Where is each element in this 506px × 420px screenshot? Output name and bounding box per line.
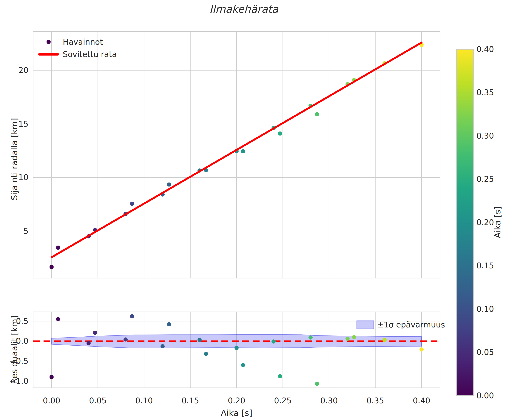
- residual-point: [56, 317, 60, 321]
- colorbar-tick-label: 0.05: [476, 348, 494, 357]
- observation-point: [56, 245, 60, 250]
- x-tick-label: 0.35: [366, 396, 384, 405]
- observation-point: [50, 265, 54, 269]
- x-tick-label: 0.00: [43, 396, 60, 405]
- colorbar-tick-label: 0.20: [476, 218, 494, 227]
- residual-point: [352, 335, 356, 339]
- residual-point: [204, 352, 208, 356]
- residual-point: [198, 338, 202, 342]
- observation-point: [315, 112, 319, 116]
- residual-point: [50, 375, 54, 379]
- legend-item-observations: Havainnot: [37, 37, 117, 47]
- observation-point: [167, 183, 171, 187]
- residual-point: [272, 339, 276, 344]
- uncertainty-band-icon: [357, 320, 374, 329]
- main-legend: Havainnot Sovitettu rata: [37, 37, 117, 59]
- colorbar: [456, 49, 473, 395]
- residual-point: [160, 344, 165, 348]
- observations-label: Havainnot: [63, 37, 103, 47]
- observations-dot-icon: [47, 40, 51, 44]
- x-tick-label: 0.20: [228, 396, 245, 405]
- residual-point: [278, 374, 282, 378]
- x-tick-label: 0.10: [135, 396, 153, 405]
- residual-legend: ±1σ epävarmuus: [357, 320, 445, 329]
- atmosphere-track-figure: 51015200.50.0−0.5−1.00.000.050.100.150.2…: [0, 0, 506, 420]
- observation-point: [130, 202, 134, 206]
- residual-point: [308, 335, 313, 339]
- colorbar-tick-label: 0.25: [476, 175, 494, 184]
- colorbar-tick-label: 0.35: [476, 88, 494, 97]
- residual-y-axis-label: Residuaalit [km]: [9, 315, 19, 384]
- residual-point: [382, 338, 386, 342]
- colorbar-tick-label: 0.40: [476, 45, 494, 54]
- main-y-axis-label: Sijainti radalla [km]: [9, 118, 19, 200]
- residual-point: [167, 322, 171, 326]
- uncertainty-band-label: ±1σ epävarmuus: [377, 320, 445, 329]
- residual-point: [346, 337, 350, 341]
- x-axis-label: Aika [s]: [221, 408, 253, 418]
- x-tick-label: 0.15: [182, 396, 199, 405]
- observation-point: [278, 131, 282, 135]
- colorbar-tick-label: 0.10: [476, 305, 494, 314]
- main-y-tick-label: 15: [19, 119, 28, 129]
- x-tick-label: 0.25: [274, 396, 292, 405]
- chart-canvas: 51015200.50.0−0.5−1.00.000.050.100.150.2…: [0, 0, 506, 420]
- fit-marker-column: [37, 53, 60, 55]
- residual-point: [93, 331, 97, 335]
- observations-marker-column: [37, 40, 60, 44]
- main-y-tick-label: 10: [19, 173, 28, 182]
- main-y-tick-label: 5: [23, 226, 28, 236]
- legend-item-fit: Sovitettu rata: [37, 49, 117, 59]
- fit-label: Sovitettu rata: [63, 50, 117, 59]
- x-tick-label: 0.40: [413, 396, 430, 405]
- residual-point: [130, 314, 134, 318]
- fit-line-icon: [38, 53, 59, 55]
- residual-point: [87, 341, 91, 345]
- residual-point: [124, 337, 128, 341]
- residual-point: [241, 363, 245, 367]
- x-tick-label: 0.30: [320, 396, 338, 405]
- residual-point: [234, 346, 239, 350]
- residual-point: [315, 382, 319, 386]
- colorbar-tick-label: 0.15: [476, 261, 494, 270]
- main-y-tick-label: 20: [19, 66, 28, 75]
- residual-point: [419, 347, 424, 352]
- observation-point: [241, 149, 245, 153]
- colorbar-tick-label: 0.30: [476, 131, 494, 140]
- colorbar-label: Aika [s]: [493, 207, 502, 238]
- colorbar-tick-label: 0.00: [476, 391, 494, 400]
- x-tick-label: 0.05: [89, 396, 107, 405]
- chart-title: Ilmakehärata: [209, 3, 278, 15]
